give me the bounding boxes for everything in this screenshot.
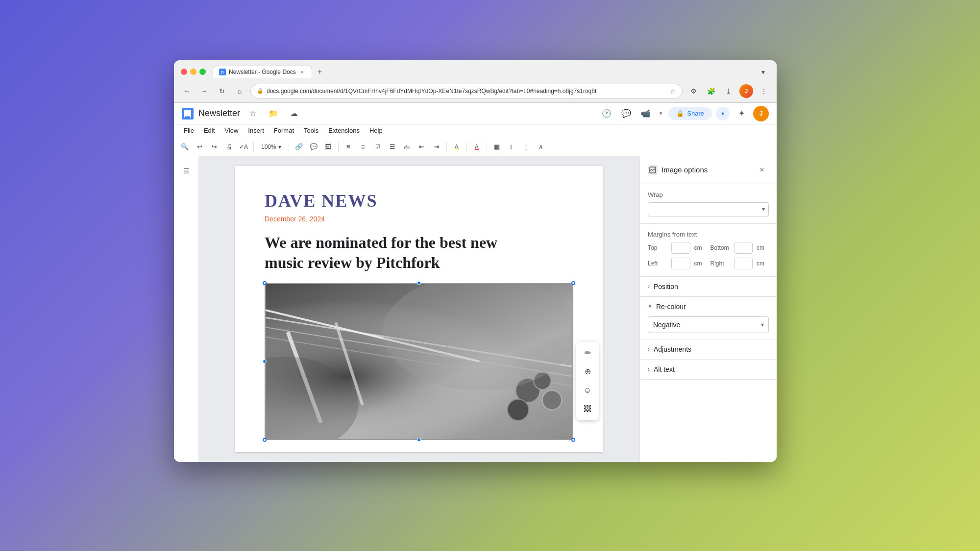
star-document-button[interactable]: ☆ — [245, 106, 261, 121]
user-avatar[interactable]: J — [753, 106, 769, 121]
resize-handle-top[interactable] — [417, 281, 421, 285]
docs-page-area[interactable]: DAVE NEWS December 26, 2024 We are nomin… — [198, 156, 639, 462]
download-button[interactable]: ⤓ — [722, 84, 735, 98]
close-window-button[interactable] — [181, 69, 187, 75]
share-dropdown-button[interactable]: ▾ — [716, 107, 730, 120]
list-button[interactable]: ≡ — [356, 140, 370, 154]
menu-insert[interactable]: Insert — [243, 125, 269, 136]
version-history-button[interactable]: 🕐 — [599, 106, 614, 121]
puzzle-button[interactable]: 🧩 — [704, 84, 718, 98]
docs-document-title[interactable]: Newsletter — [198, 108, 240, 119]
image-emoji-button[interactable]: ☺ — [579, 382, 596, 399]
outline-toggle-button[interactable]: ☰ — [179, 164, 193, 178]
increase-indent-button[interactable]: ⇥ — [430, 140, 443, 154]
recolour-select[interactable]: No recolour Light 1 Light 2 Dark 1 Dark … — [648, 316, 769, 333]
zoom-value: 100% — [261, 144, 276, 150]
tab-title: Newsletter - Google Docs — [229, 69, 296, 75]
menu-extensions[interactable]: Extensions — [323, 125, 365, 136]
folder-button[interactable]: 📁 — [266, 106, 281, 121]
sparkle-button[interactable]: ✦ — [734, 106, 749, 121]
share-button[interactable]: 🔒 Share — [668, 107, 712, 120]
more-options-button[interactable]: ⋮ — [519, 140, 533, 154]
alt-text-toggle[interactable]: › Alt text — [648, 365, 769, 373]
cloud-button[interactable]: ☁ — [286, 106, 302, 121]
back-button[interactable]: ← — [180, 84, 194, 98]
decrease-indent-button[interactable]: ⇤ — [415, 140, 429, 154]
position-toggle[interactable]: › Position — [648, 283, 769, 290]
guitar-image[interactable] — [265, 283, 573, 440]
resize-handle-left[interactable] — [263, 359, 267, 363]
comment-inline-button[interactable]: 💬 — [307, 140, 320, 154]
wrap-select[interactable]: Inline Wrap text Break text — [648, 202, 769, 216]
spell-check-button[interactable]: ✓A — [237, 140, 250, 154]
browser-chrome: D Newsletter - Google Docs × + ▾ ← → ↻ ⌂… — [174, 60, 777, 103]
numbered-list-button[interactable]: #≡ — [400, 140, 414, 154]
link-button[interactable]: 🔗 — [292, 140, 306, 154]
docs-left-sidebar: ☰ — [174, 156, 198, 462]
bottom-margin-value[interactable] — [735, 242, 753, 253]
text-color-button[interactable]: A — [470, 140, 484, 154]
address-bar[interactable]: 🔒 docs.google.com/document/d/1QVrCmFHhv4… — [250, 84, 683, 98]
resize-handle-topleft[interactable] — [263, 281, 267, 285]
image-caption-button[interactable]: 🖼 — [579, 401, 596, 417]
recolour-select-wrapper: No recolour Light 1 Light 2 Dark 1 Dark … — [648, 316, 769, 333]
active-tab[interactable]: D Newsletter - Google Docs × — [213, 66, 312, 78]
right-margin-value[interactable] — [735, 258, 753, 269]
table-button[interactable]: ▦ — [490, 140, 504, 154]
position-section: › Position — [640, 277, 777, 297]
print-button[interactable]: 🖨 — [222, 140, 236, 154]
left-margin-input[interactable]: ▲ ▼ — [671, 258, 690, 269]
toolbar-expand-button[interactable]: ∧ — [534, 140, 548, 154]
checklist-button[interactable]: ☑ — [371, 140, 385, 154]
left-margin-value[interactable] — [672, 258, 690, 269]
menu-help[interactable]: Help — [365, 125, 388, 136]
browser-dropdown-button[interactable]: ▾ — [756, 65, 770, 79]
top-margin-value[interactable] — [672, 242, 690, 253]
menu-format[interactable]: Format — [269, 125, 299, 136]
image-button[interactable]: 🖼 — [321, 140, 335, 154]
recolour-toggle[interactable]: ∨ Re-colour — [648, 303, 769, 311]
refresh-button[interactable]: ↻ — [215, 84, 229, 98]
meet-caret[interactable]: ▾ — [660, 110, 662, 117]
meet-button[interactable]: 📹 — [638, 106, 654, 121]
highlight-button[interactable]: A — [450, 140, 464, 154]
adjustments-toggle[interactable]: › Adjustments — [648, 345, 769, 353]
resize-handle-bottomleft[interactable] — [263, 438, 267, 442]
menu-view[interactable]: View — [220, 125, 243, 136]
separator-2 — [289, 142, 289, 152]
resize-handle-topright[interactable] — [571, 281, 575, 285]
home-button[interactable]: ⌂ — [233, 84, 246, 98]
bullet-list-button[interactable]: ☰ — [386, 140, 399, 154]
formatting-toolbar: 🔍 ↩ ↪ 🖨 ✓A 100% ▾ 🔗 💬 🖼 ≡ ≡ ☑ ☰ #≡ ⇤ ⇥ A — [174, 138, 777, 156]
align-button[interactable]: ≡ — [342, 140, 355, 154]
zoom-control[interactable]: 100% ▾ — [257, 142, 286, 152]
fullscreen-window-button[interactable] — [199, 69, 206, 75]
bottom-margin-input[interactable]: ▲ ▼ — [734, 242, 753, 254]
panel-collapse-handle[interactable]: ‹ — [639, 299, 640, 319]
minimize-window-button[interactable] — [190, 69, 196, 75]
right-margin-input[interactable]: ▲ ▼ — [734, 258, 753, 269]
resize-handle-bottom[interactable] — [417, 438, 421, 442]
kebab-menu-button[interactable]: ⋮ — [757, 84, 771, 98]
tab-close-button[interactable]: × — [299, 69, 306, 75]
browser-window: D Newsletter - Google Docs × + ▾ ← → ↻ ⌂… — [174, 60, 777, 462]
profile-circle[interactable]: J — [739, 84, 753, 98]
extensions-button[interactable]: ⚙ — [686, 84, 700, 98]
comments-button[interactable]: 💬 — [618, 106, 634, 121]
panel-close-button[interactable]: × — [755, 163, 769, 177]
image-container[interactable]: ✏ ⊕ ☺ 🖼 — [265, 283, 573, 440]
undo-button[interactable]: ↩ — [193, 140, 206, 154]
forward-button[interactable]: → — [197, 84, 211, 98]
menu-edit[interactable]: Edit — [199, 125, 220, 136]
bookmark-button[interactable]: ☆ — [670, 87, 676, 95]
menu-file[interactable]: File — [179, 125, 199, 136]
image-edit-button[interactable]: ✏ — [579, 345, 596, 361]
new-tab-button[interactable]: + — [314, 66, 326, 78]
search-toolbar-button[interactable]: 🔍 — [178, 140, 192, 154]
redo-button[interactable]: ↪ — [207, 140, 221, 154]
top-margin-input[interactable]: ▲ ▼ — [671, 242, 690, 254]
column-button[interactable]: ⫿ — [505, 140, 518, 154]
image-add-button[interactable]: ⊕ — [579, 363, 596, 380]
menu-tools[interactable]: Tools — [299, 125, 323, 136]
resize-handle-bottomright[interactable] — [571, 438, 575, 442]
